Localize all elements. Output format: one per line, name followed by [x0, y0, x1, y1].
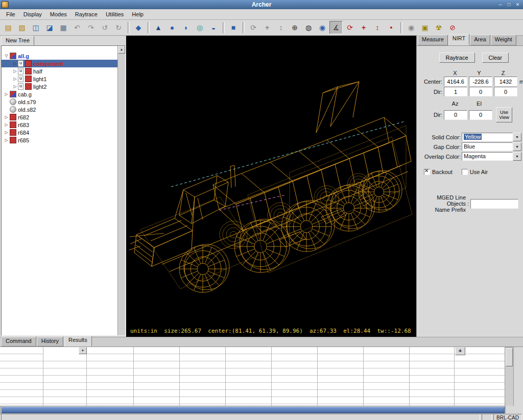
edit-point-icon[interactable]: •	[385, 21, 398, 34]
tab-nirt[interactable]: NIRT	[448, 34, 469, 45]
tab-new-tree[interactable]: New Tree	[1, 36, 34, 45]
overlap-color-combobox[interactable]: Magenta	[462, 152, 521, 161]
expand-arrow-icon[interactable]	[4, 130, 9, 135]
tree-item-light1[interactable]: u light1	[2, 75, 117, 83]
tree-item-old-s82[interactable]: old.s82	[2, 106, 117, 113]
export-icon[interactable]: ◪	[43, 21, 56, 34]
redo-icon[interactable]: ↷	[84, 21, 98, 34]
menu-file[interactable]: File	[2, 10, 19, 19]
revert-icon[interactable]: ↻	[112, 21, 125, 34]
tab-results[interactable]: Results	[64, 336, 92, 347]
3d-viewport[interactable]: units:in size:265.67 center:(81.41, 61.3…	[126, 36, 416, 337]
dropdown-arrow-icon[interactable]	[79, 347, 87, 354]
open-icon[interactable]: ▨	[15, 21, 29, 34]
minimize-icon[interactable]: ─	[496, 2, 504, 8]
dir-x-input[interactable]	[444, 87, 467, 96]
dropdown-arrow-icon[interactable]	[513, 142, 521, 151]
measure-icon[interactable]: ◉	[316, 21, 329, 34]
ground-plane-icon[interactable]: ◍	[302, 21, 315, 34]
expand-arrow-icon[interactable]	[12, 61, 18, 66]
tree-item-r683[interactable]: r683	[2, 121, 117, 129]
el-input[interactable]	[469, 110, 492, 120]
save-icon[interactable]: ◫	[29, 21, 42, 34]
maximize-icon[interactable]: □	[505, 2, 513, 8]
tab-history[interactable]: History	[37, 337, 63, 347]
dropdown-arrow-icon[interactable]	[513, 133, 521, 141]
expand-arrow-icon[interactable]	[4, 138, 9, 142]
scrollbar-thumb[interactable]	[1, 407, 505, 413]
scrollbar-thumb[interactable]	[506, 348, 513, 366]
menu-help[interactable]: Help	[128, 10, 148, 19]
scrollbar-trough[interactable]	[0, 406, 506, 414]
use-view-button[interactable]: UseView	[496, 107, 512, 122]
edit-scale-icon[interactable]: ↕	[371, 21, 384, 34]
comb-tool-icon[interactable]: ■	[227, 21, 240, 34]
radiation-icon[interactable]: ☢	[432, 21, 445, 34]
view-center-icon[interactable]: ⊕	[288, 21, 301, 34]
tree-item-component[interactable]: u component	[2, 60, 117, 67]
expand-arrow-icon[interactable]	[4, 92, 9, 96]
primitive-hemisphere-icon[interactable]: ◗	[179, 21, 193, 34]
geometry-tree[interactable]: all.g u component u half	[2, 46, 117, 335]
backout-checkbox[interactable]: Backout	[424, 169, 453, 175]
menu-raytrace[interactable]: Raytrace	[71, 10, 102, 19]
dir-z-input[interactable]	[494, 87, 517, 96]
view-rotate-icon[interactable]: ⟳	[247, 21, 260, 34]
use-air-checkbox[interactable]: Use Air	[462, 169, 488, 175]
gap-color-combobox[interactable]: Blue	[462, 142, 521, 151]
solid-color-combobox[interactable]: Yellow	[462, 133, 521, 141]
tree-item-r682[interactable]: r682	[2, 113, 117, 121]
expand-arrow-icon[interactable]	[12, 77, 18, 81]
mged-prefix-input[interactable]	[470, 199, 518, 209]
tab-weight[interactable]: Weight	[491, 35, 516, 45]
lighting-icon[interactable]: ▣	[418, 21, 432, 34]
primitive-sphere-icon[interactable]: ●	[165, 21, 179, 34]
edit-rotate-icon[interactable]: ⟳	[343, 21, 356, 34]
menu-display[interactable]: Display	[19, 10, 46, 19]
primitive-cone-icon[interactable]: ▲	[152, 21, 165, 34]
sketch-icon[interactable]: ▦	[57, 21, 70, 34]
expand-arrow-icon[interactable]	[4, 122, 9, 127]
refresh-icon[interactable]: ↺	[98, 21, 111, 34]
dir-y-input[interactable]	[469, 87, 492, 96]
checkbox-unchecked-icon[interactable]	[462, 169, 468, 175]
menu-modes[interactable]: Modes	[46, 10, 71, 19]
tree-item-all-g[interactable]: all.g	[2, 52, 117, 60]
tree-item-r685[interactable]: r685	[2, 136, 117, 144]
center-z-input[interactable]	[494, 77, 517, 86]
results-vertical-scrollbar[interactable]	[505, 347, 514, 407]
results-column-combobox[interactable]	[43, 347, 87, 354]
level-tool-icon[interactable]: ◆	[132, 21, 145, 34]
view-translate-icon[interactable]: +	[260, 21, 274, 34]
menu-utilities[interactable]: Utilities	[102, 10, 128, 19]
az-input[interactable]	[444, 110, 467, 120]
expand-arrow-icon[interactable]	[4, 54, 9, 58]
new-file-icon[interactable]: ▤	[2, 21, 15, 34]
prohibit-icon[interactable]: ⊘	[446, 21, 459, 34]
center-y-input[interactable]	[469, 77, 492, 86]
undo-icon[interactable]: ↶	[70, 21, 84, 34]
query-ray-icon[interactable]: ∡	[329, 21, 343, 34]
tree-scrollbar[interactable]	[117, 46, 125, 335]
edit-translate-icon[interactable]: +	[357, 21, 370, 34]
add-column-button[interactable]: +	[455, 347, 465, 355]
scroll-up-icon[interactable]	[118, 46, 125, 54]
tree-item-light2[interactable]: u light2	[2, 83, 117, 90]
raytrace-button[interactable]: Raytrace	[439, 53, 475, 63]
tree-item-half[interactable]: u half	[2, 67, 117, 75]
primitive-torus-icon[interactable]: ◎	[193, 21, 206, 34]
clear-button[interactable]: Clear	[482, 53, 509, 63]
tree-item-r684[interactable]: r684	[2, 129, 117, 136]
tab-measure[interactable]: Measure	[418, 35, 448, 45]
center-x-input[interactable]	[444, 77, 467, 86]
tree-item-old-s79[interactable]: old.s79	[2, 98, 117, 106]
expand-arrow-icon[interactable]	[12, 69, 18, 73]
close-icon[interactable]: ✕	[514, 2, 521, 8]
checkbox-checked-icon[interactable]	[424, 169, 430, 175]
results-grid[interactable]	[0, 347, 505, 406]
tree-item-cab-g[interactable]: cab.g	[2, 90, 117, 98]
view-scale-icon[interactable]: ↕	[274, 21, 288, 34]
tab-command[interactable]: Command	[1, 337, 36, 347]
dropdown-arrow-icon[interactable]	[513, 152, 521, 161]
tab-area[interactable]: Area	[470, 35, 490, 45]
